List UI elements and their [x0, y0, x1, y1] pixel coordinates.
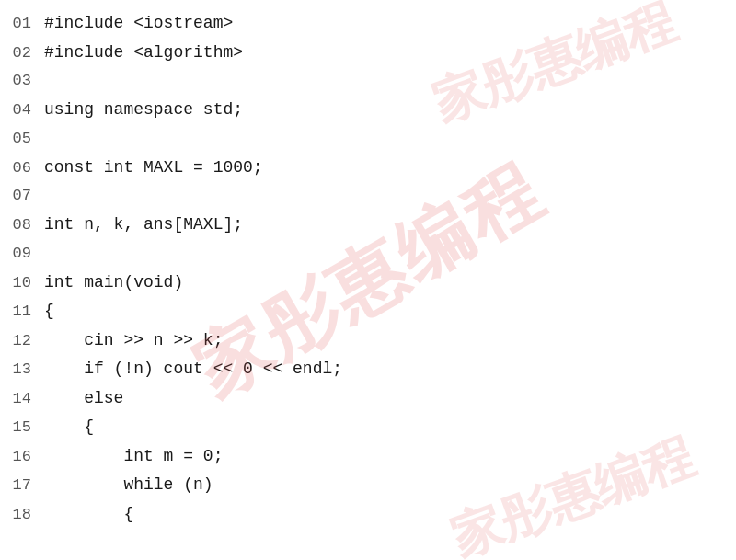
code-line: 16 int m = 0;	[0, 442, 736, 472]
line-number: 16	[0, 443, 44, 471]
code-line: 13 if (!n) cout << 0 << endl;	[0, 355, 736, 384]
code-line: 14 else	[0, 384, 736, 414]
line-content: cin >> n >> k;	[44, 326, 223, 356]
line-number: 10	[0, 269, 44, 297]
code-line: 01#include <iostream>	[0, 9, 736, 39]
line-number: 17	[0, 472, 44, 499]
code-line: 02#include <algorithm>	[0, 39, 736, 68]
code-line: 11{	[0, 297, 736, 326]
line-content: #include <algorithm>	[44, 39, 243, 68]
line-number: 04	[0, 97, 44, 124]
line-content: #include <iostream>	[44, 9, 233, 39]
line-content: {	[44, 413, 94, 442]
line-number: 09	[0, 240, 44, 268]
line-number: 12	[0, 327, 44, 355]
line-content: if (!n) cout << 0 << endl;	[44, 355, 342, 384]
line-number: 11	[0, 298, 44, 326]
code-content: 01#include <iostream>02#include <algorit…	[0, 9, 736, 529]
line-number: 03	[0, 67, 44, 95]
line-number: 15	[0, 414, 44, 441]
code-line: 18 {	[0, 500, 736, 530]
line-content: using namespace std;	[44, 96, 243, 125]
code-line: 03	[0, 67, 736, 96]
line-number: 14	[0, 385, 44, 413]
line-number: 02	[0, 40, 44, 67]
code-line: 12 cin >> n >> k;	[0, 326, 736, 356]
line-number: 01	[0, 10, 44, 38]
code-line: 17 while (n)	[0, 471, 736, 500]
line-number: 07	[0, 182, 44, 210]
code-line: 08int n, k, ans[MAXL];	[0, 211, 736, 240]
line-content: int main(void)	[44, 269, 183, 298]
line-number: 18	[0, 501, 44, 529]
code-editor: 家彤惠编程 家彤惠编程 家彤惠编程 01#include <iostream>0…	[0, 0, 736, 560]
line-number: 08	[0, 211, 44, 239]
code-line: 05	[0, 125, 736, 154]
line-content: int n, k, ans[MAXL];	[44, 211, 243, 240]
line-number: 06	[0, 154, 44, 182]
line-content: const int MAXL = 1000;	[44, 154, 263, 183]
line-content: {	[44, 297, 54, 326]
line-content: {	[44, 500, 133, 530]
line-number: 13	[0, 356, 44, 383]
code-line: 09	[0, 240, 736, 269]
code-line: 06const int MAXL = 1000;	[0, 154, 736, 183]
line-number: 05	[0, 125, 44, 153]
code-line: 15 {	[0, 413, 736, 442]
code-line: 10int main(void)	[0, 269, 736, 298]
code-line: 04using namespace std;	[0, 96, 736, 125]
line-content: else	[44, 384, 123, 414]
line-content: int m = 0;	[44, 442, 223, 472]
code-line: 07	[0, 182, 736, 211]
line-content: while (n)	[44, 471, 213, 500]
